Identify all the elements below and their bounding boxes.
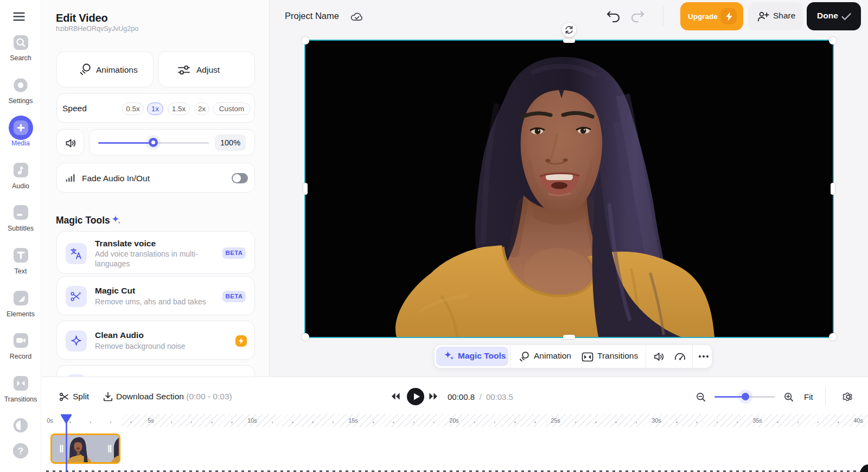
svg-text:?: ?: [18, 446, 23, 456]
